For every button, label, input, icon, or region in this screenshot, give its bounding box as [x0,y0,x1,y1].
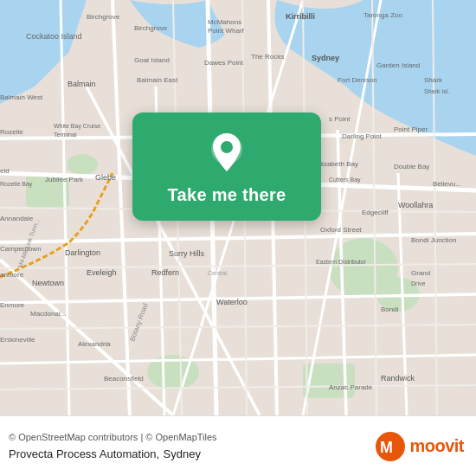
moovit-logo: M moovit [375,431,464,462]
svg-text:Erskineville: Erskineville [0,336,35,344]
svg-text:Taronga Zoo: Taronga Zoo [363,11,402,19]
svg-text:Bondi: Bondi [381,306,399,313]
svg-text:Grand: Grand [411,269,430,277]
svg-text:Birchgrove: Birchgrove [134,24,168,32]
svg-text:Waterloo: Waterloo [216,298,248,306]
svg-text:Shark Isl.: Shark Isl. [424,88,449,94]
svg-text:Sydney: Sydney [312,54,339,62]
svg-text:Bellevu...: Bellevu... [433,180,461,188]
location-city: Sydney [164,447,201,460]
svg-text:eld: eld [0,167,10,175]
svg-text:Surry Hills: Surry Hills [169,249,205,258]
svg-text:Randwick: Randwick [381,374,415,383]
moovit-brand-name: moovit [409,436,464,456]
take-me-there-card[interactable]: Take me there [132,113,321,221]
svg-text:Enmore: Enmore [0,301,25,309]
svg-text:Point Piper: Point Piper [394,125,428,133]
take-me-there-button-label: Take me there [168,185,286,205]
map-attribution: © OpenStreetMap contributors | © OpenMap… [9,431,217,444]
svg-text:Oxford Street: Oxford Street [320,226,362,234]
svg-text:Birchgrove: Birchgrove [87,13,120,21]
svg-text:Eastern Distributor: Eastern Distributor [316,259,367,265]
svg-text:Woollahra: Woollahra [398,201,433,209]
location-label: Provecta Process Automation, Sydney [9,446,217,461]
moovit-icon: M [375,431,406,462]
svg-text:McMahons: McMahons [208,18,241,26]
svg-text:anmore: anmore [0,271,24,279]
svg-text:Alexandria: Alexandria [78,340,111,348]
svg-text:Newtown: Newtown [32,279,64,287]
svg-text:Edgecliff: Edgecliff [362,209,389,216]
bottom-left-info: © OpenStreetMap contributors | © OpenMap… [9,431,217,461]
svg-text:Eveleigh: Eveleigh [87,268,117,277]
svg-text:M: M [380,439,393,456]
svg-text:Fort Denison: Fort Denison [338,76,377,84]
svg-point-4 [67,154,98,175]
location-pin-icon [203,130,250,177]
svg-text:Cockatoo Island: Cockatoo Island [26,32,82,41]
svg-text:Annandale: Annandale [0,215,34,222]
svg-text:Dawes Point: Dawes Point [204,59,244,67]
svg-text:Camperdown: Camperdown [0,245,42,253]
map-container: Cockatoo Island Birchgrove Birchgrove Go… [0,0,476,476]
svg-text:Beaconsfield: Beaconsfield [104,375,144,383]
bottom-bar: © OpenStreetMap contributors | © OpenMap… [0,415,476,476]
svg-text:Jubilee Park: Jubilee Park [45,176,84,183]
svg-text:Kirribilli: Kirribilli [286,12,315,21]
svg-text:Redfern: Redfern [151,268,179,277]
svg-text:Goat Island: Goat Island [134,56,170,64]
svg-text:Rozelle: Rozelle [0,128,23,136]
svg-text:Balmain West: Balmain West [0,93,43,101]
svg-text:Cutters Bay: Cutters Bay [329,177,361,183]
svg-text:Balmain East: Balmain East [137,76,178,84]
svg-text:The Rocks: The Rocks [251,53,284,61]
svg-text:Central: Central [208,270,228,276]
svg-text:Terminal: Terminal [54,132,77,138]
svg-text:Darling Point: Darling Point [342,132,383,140]
svg-text:Drive: Drive [411,280,425,286]
svg-text:Balmain: Balmain [68,80,96,88]
svg-text:Double Bay: Double Bay [394,163,429,170]
svg-text:Glebe: Glebe [95,173,116,182]
svg-text:Rozelle Bay: Rozelle Bay [0,181,33,188]
svg-text:Anzac Parade: Anzac Parade [329,383,373,391]
location-name: Provecta Process Automation, [9,447,159,460]
svg-text:s Point: s Point [329,115,351,123]
svg-text:Bondi Junction: Bondi Junction [411,236,456,244]
svg-text:Elizabeth Bay: Elizabeth Bay [316,160,358,168]
svg-text:White Bay Cruise: White Bay Cruise [54,123,100,130]
svg-point-95 [221,141,233,153]
svg-text:Shark: Shark [424,76,443,84]
svg-text:Point Wharf: Point Wharf [208,27,245,35]
svg-text:Darlington: Darlington [65,248,100,257]
svg-text:Macdonal...: Macdonal... [30,310,66,318]
svg-text:Garden Island: Garden Island [376,61,420,69]
